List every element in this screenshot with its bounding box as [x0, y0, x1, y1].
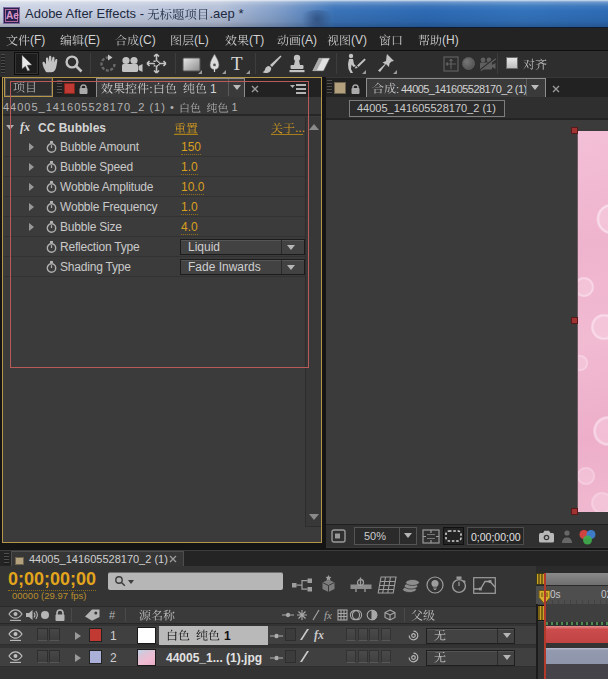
svg-text:fx: fx [324, 609, 332, 621]
